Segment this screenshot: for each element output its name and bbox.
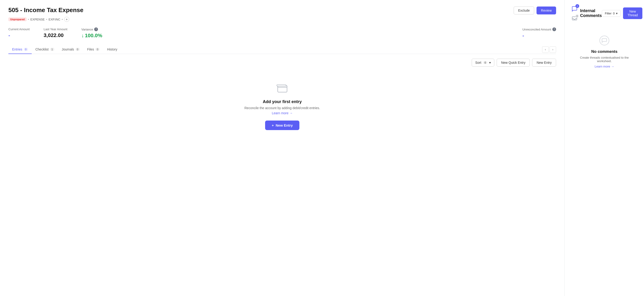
last-year-amount-item: Last Year Amount 3,022.00 — [44, 27, 68, 39]
comments-panel-header: 0 0 Internal Comments Filter 0 — [571, 5, 638, 21]
header-row: 505 - Income Tax Expense Exclude Review — [8, 6, 556, 14]
svg-point-5 — [600, 36, 609, 45]
unreconciled-amount-value: - — [522, 33, 556, 39]
sort-count: 0 — [483, 61, 487, 64]
comments-arrow-icon: → — [611, 65, 614, 68]
comments-panel-title: Internal Comments — [580, 8, 602, 18]
tab-entries[interactable]: Entries 0 — [8, 45, 32, 54]
tab-nav-left[interactable]: ‹ — [542, 46, 549, 53]
tab-nav-arrows: ‹ › — [542, 46, 556, 53]
svg-rect-3 — [277, 85, 286, 86]
variance-arrow-icon: ↓ — [81, 33, 84, 39]
current-amount-label: Current Amount — [8, 27, 30, 31]
tab-files[interactable]: Files 0 — [84, 45, 104, 54]
tab-journals[interactable]: Journals 0 — [58, 45, 84, 54]
empty-state-title: Add your first entry — [263, 99, 302, 104]
app-container: 505 - Income Tax Expense Exclude Review … — [0, 0, 644, 296]
svg-rect-0 — [278, 86, 287, 92]
meta-expense-text: EXPENSE — [30, 18, 44, 21]
no-comments-area: No comments Create threads contextualise… — [571, 26, 638, 77]
tab-nav-right[interactable]: › — [550, 46, 556, 53]
last-year-amount-value: 3,022.00 — [44, 32, 68, 38]
no-comments-title: No comments — [591, 49, 618, 54]
comments-title-group: 0 0 Internal Comments — [571, 5, 602, 21]
variance-label: Variance ? — [81, 27, 102, 31]
new-thread-button[interactable]: New Thread — [623, 7, 642, 19]
last-year-amount-label: Last Year Amount — [44, 27, 68, 31]
page-title: 505 - Income Tax Expense — [8, 6, 84, 14]
current-amount-value: - — [8, 32, 30, 38]
sort-chevron-icon: ▾ — [489, 61, 491, 64]
main-panel: 505 - Income Tax Expense Exclude Review … — [0, 0, 565, 296]
comment-icon-wrapper: 0 — [571, 5, 578, 12]
filter-chevron-icon: ▾ — [616, 12, 618, 15]
tabs-row: Entries 0 Checklist 1 Journals 0 Files 0… — [8, 45, 556, 54]
variance-item: Variance ? ↓ 100.0% — [81, 27, 102, 39]
sort-label: Sort — [475, 61, 481, 64]
exclude-button[interactable]: Exclude — [514, 6, 534, 14]
new-entry-button-empty[interactable]: + New Entry — [265, 121, 299, 130]
learn-more-entries-link[interactable]: Learn more → — [272, 111, 293, 115]
status-badge: Unprepared — [8, 17, 26, 21]
comments-panel: 0 0 Internal Comments Filter 0 — [565, 0, 644, 296]
new-quick-entry-button[interactable]: New Quick Entry — [497, 59, 530, 67]
tab-checklist[interactable]: Checklist 1 — [32, 45, 58, 54]
empty-state-description: Reconcile the account by adding debit/cr… — [244, 106, 320, 110]
arrow-right-icon: → — [289, 111, 292, 115]
empty-state-icon — [276, 82, 288, 95]
meta-expinc-text: EXP.INC — [48, 18, 60, 21]
add-tag-button[interactable]: + — [64, 17, 69, 22]
new-entry-button-toolbar[interactable]: New Entry — [532, 59, 556, 67]
meta-row: Unprepared • Current Amount EXPENSE • EX… — [8, 17, 556, 22]
no-comments-icon — [599, 35, 610, 46]
unreconciled-info-icon[interactable]: ? — [552, 27, 556, 31]
comment-bubble-badge: 0 — [576, 4, 579, 8]
plus-icon: + — [272, 123, 274, 127]
no-comments-description: Create threads contextualised to the wor… — [576, 56, 633, 63]
amounts-row: Current Amount - Last Year Amount 3,022.… — [8, 27, 556, 39]
filter-button[interactable]: Filter 0 ▾ — [602, 10, 621, 17]
comments-learn-more-link[interactable]: Learn more → — [594, 65, 614, 68]
variance-value: ↓ 100.0% — [81, 33, 102, 39]
toolbar-row: Sort 0 ▾ New Quick Entry New Entry — [8, 59, 556, 67]
tab-history[interactable]: History — [103, 45, 121, 54]
review-button[interactable]: Review — [536, 6, 556, 14]
inbox-badge: 0 — [576, 14, 579, 18]
unreconciled-amount-label: Unreconciled Amount ? — [522, 27, 556, 31]
sort-button[interactable]: Sort 0 ▾ — [472, 59, 494, 67]
variance-info-icon[interactable]: ? — [94, 27, 98, 31]
current-amount-item: Current Amount - — [8, 27, 30, 39]
header-actions: Exclude Review — [514, 6, 556, 14]
inbox-icon-wrapper: 0 — [572, 15, 577, 21]
empty-state: Add your first entry Reconcile the accou… — [8, 73, 556, 140]
unreconciled-amount-item: Unreconciled Amount ? - — [522, 27, 556, 39]
